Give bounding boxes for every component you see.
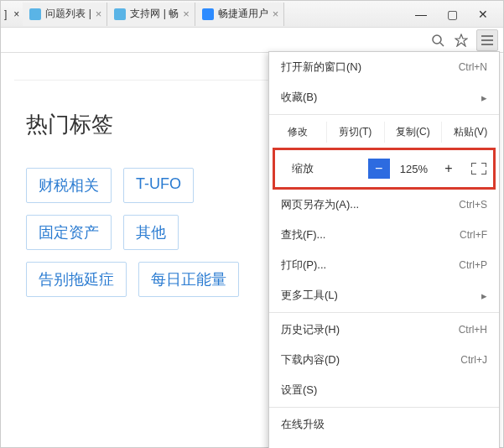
fullscreen-icon[interactable] — [471, 163, 486, 175]
shortcut: Ctrl+F — [460, 229, 487, 241]
menu-history[interactable]: 历史记录(H) Ctrl+H — [269, 315, 499, 345]
menu-online-upgrade[interactable]: 在线升级 — [269, 409, 499, 440]
tab-fragment: ] — [1, 8, 10, 20]
menu-label: 查找(F)... — [281, 227, 325, 242]
tab-label: 问题列表 | — [45, 7, 91, 21]
zoom-out-button[interactable]: − — [368, 159, 390, 179]
menu-label: 打印(P)... — [281, 258, 326, 273]
tab-chanjet[interactable]: 畅捷通用户 × — [195, 3, 285, 26]
close-button[interactable]: ✕ — [478, 8, 488, 21]
close-icon[interactable]: × — [183, 8, 190, 20]
chevron-right-icon: ▸ — [481, 289, 487, 302]
search-icon[interactable] — [429, 32, 446, 49]
paste-button[interactable]: 粘贴(V) — [442, 122, 499, 143]
close-icon[interactable]: × — [273, 8, 279, 20]
tag-item[interactable]: T-UFO — [123, 168, 194, 203]
edit-label: 修改 — [269, 122, 327, 143]
menu-downloads[interactable]: 下载内容(D) Ctrl+J — [269, 345, 499, 375]
tag-list: 财税相关 T-UFO 固定资产 其他 告别拖延症 每日正能量 — [21, 168, 256, 297]
tag-item[interactable]: 每日正能量 — [138, 262, 239, 297]
menu-divider — [269, 407, 499, 408]
tag-item[interactable]: 固定资产 — [26, 215, 112, 250]
close-icon[interactable]: × — [96, 8, 102, 20]
shortcut: Ctrl+P — [459, 259, 487, 271]
zoom-label: 缩放 — [292, 161, 314, 176]
svg-point-0 — [433, 35, 441, 44]
zoom-value: 125% — [397, 163, 431, 175]
minimize-button[interactable]: — — [415, 8, 427, 21]
shortcut: Ctrl+H — [459, 324, 487, 336]
menu-label: 打开新的窗口(N) — [281, 60, 361, 75]
menu-settings[interactable]: 设置(S) — [269, 375, 499, 405]
shortcut: Ctrl+S — [459, 199, 487, 211]
close-icon[interactable]: × — [10, 8, 23, 20]
tab-issues[interactable]: 问题列表 | × — [23, 3, 107, 26]
tab-support[interactable]: 支持网 | 畅 × — [107, 3, 195, 26]
window-controls: — ▢ ✕ — [415, 8, 503, 21]
menu-more-tools[interactable]: 更多工具(L) ▸ — [269, 280, 499, 310]
menu-about[interactable]: 关于 T+浏览器(C) — [269, 440, 499, 448]
menu-print[interactable]: 打印(P)... Ctrl+P — [269, 250, 499, 280]
menu-favorites[interactable]: 收藏(B) ▸ — [269, 82, 499, 112]
chevron-right-icon: ▸ — [481, 91, 487, 104]
menu-button[interactable] — [476, 29, 498, 51]
menu-label: 网页另存为(A)... — [281, 197, 359, 212]
svg-marker-2 — [455, 34, 467, 46]
tag-item[interactable]: 财税相关 — [26, 168, 112, 203]
menu-label: 更多工具(L) — [281, 288, 338, 303]
menu-label: 下载内容(D) — [281, 352, 340, 367]
main-menu: 打开新的窗口(N) Ctrl+N 收藏(B) ▸ 修改 剪切(T) 复制(C) … — [268, 51, 500, 448]
menu-label: 在线升级 — [281, 417, 325, 432]
menu-divider — [269, 114, 499, 115]
tab-label: 支持网 | 畅 — [130, 7, 179, 21]
menu-label: 设置(S) — [281, 383, 317, 398]
favicon-icon — [29, 8, 41, 20]
menu-label: 收藏(B) — [281, 90, 317, 105]
favicon-icon — [202, 8, 214, 20]
favicon-icon — [114, 8, 126, 20]
zoom-in-button[interactable]: + — [438, 159, 460, 179]
cut-button[interactable]: 剪切(T) — [327, 122, 385, 143]
tag-item[interactable]: 告别拖延症 — [26, 262, 127, 297]
copy-button[interactable]: 复制(C) — [385, 122, 443, 143]
menu-divider — [269, 312, 499, 313]
shortcut: Ctrl+J — [460, 354, 487, 366]
browser-toolbar — [1, 28, 503, 53]
edit-row: 修改 剪切(T) 复制(C) 粘贴(V) — [269, 117, 499, 148]
menu-save-as[interactable]: 网页另存为(A)... Ctrl+S — [269, 190, 499, 220]
menu-find[interactable]: 查找(F)... Ctrl+F — [269, 220, 499, 250]
zoom-controls: 缩放 − 125% + — [273, 148, 496, 190]
menu-new-window[interactable]: 打开新的窗口(N) Ctrl+N — [269, 52, 499, 82]
star-icon[interactable] — [453, 32, 470, 49]
svg-line-1 — [440, 43, 444, 46]
tag-item[interactable]: 其他 — [123, 215, 179, 250]
menu-label: 历史记录(H) — [281, 322, 340, 337]
maximize-button[interactable]: ▢ — [447, 8, 458, 21]
shortcut: Ctrl+N — [459, 61, 487, 73]
tab-bar: ] × 问题列表 | × 支持网 | 畅 × 畅捷通用户 × — ▢ ✕ — [1, 1, 503, 28]
tab-label: 畅捷通用户 — [218, 7, 268, 21]
